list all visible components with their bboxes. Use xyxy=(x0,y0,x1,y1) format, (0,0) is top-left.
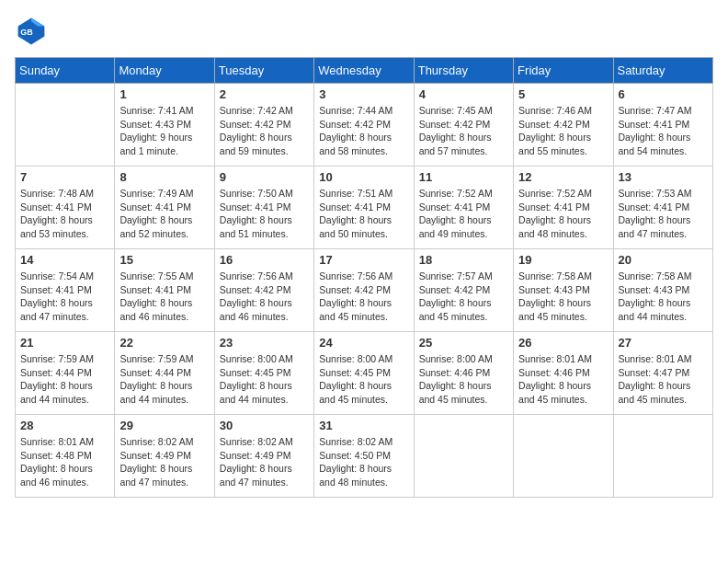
cell-content: Sunrise: 7:49 AMSunset: 4:41 PMDaylight:… xyxy=(119,187,209,241)
day-number: 28 xyxy=(20,419,109,432)
cell-content: Sunrise: 7:59 AMSunset: 4:44 PMDaylight:… xyxy=(119,352,209,407)
calendar-cell: 27Sunrise: 8:01 AMSunset: 4:47 PMDayligh… xyxy=(613,332,712,415)
calendar-cell xyxy=(414,415,513,498)
calendar-cell: 30Sunrise: 8:02 AMSunset: 4:49 PMDayligh… xyxy=(214,415,313,498)
cell-content: Sunrise: 8:01 AMSunset: 4:46 PMDaylight:… xyxy=(518,352,608,407)
day-number: 7 xyxy=(20,170,109,184)
cell-content: Sunrise: 8:00 AMSunset: 4:45 PMDaylight:… xyxy=(220,352,309,407)
page-header: GB xyxy=(15,15,713,48)
calendar-body: 1Sunrise: 7:41 AMSunset: 4:43 PMDaylight… xyxy=(16,84,713,498)
logo: GB xyxy=(15,15,51,48)
cell-content: Sunrise: 7:51 AMSunset: 4:41 PMDaylight:… xyxy=(319,187,408,241)
day-number: 22 xyxy=(119,336,209,350)
cell-content: Sunrise: 8:02 AMSunset: 4:49 PMDaylight:… xyxy=(220,435,309,489)
calendar-cell: 14Sunrise: 7:54 AMSunset: 4:41 PMDayligh… xyxy=(16,249,115,332)
calendar-cell: 19Sunrise: 7:58 AMSunset: 4:43 PMDayligh… xyxy=(514,249,613,332)
calendar-cell: 29Sunrise: 8:02 AMSunset: 4:49 PMDayligh… xyxy=(115,415,214,498)
logo-icon: GB xyxy=(15,15,48,48)
week-row-2: 7Sunrise: 7:48 AMSunset: 4:41 PMDaylight… xyxy=(16,167,713,249)
calendar-cell: 7Sunrise: 7:48 AMSunset: 4:41 PMDaylight… xyxy=(16,167,115,249)
calendar-cell xyxy=(16,84,115,167)
day-number: 4 xyxy=(419,87,508,101)
calendar-cell: 22Sunrise: 7:59 AMSunset: 4:44 PMDayligh… xyxy=(115,332,214,415)
calendar-cell: 3Sunrise: 7:44 AMSunset: 4:42 PMDaylight… xyxy=(314,84,414,167)
header-day-friday: Friday xyxy=(514,58,613,84)
calendar-cell: 11Sunrise: 7:52 AMSunset: 4:41 PMDayligh… xyxy=(414,167,513,249)
cell-content: Sunrise: 7:48 AMSunset: 4:41 PMDaylight:… xyxy=(20,187,109,241)
day-number: 2 xyxy=(220,87,309,101)
day-number: 31 xyxy=(319,419,408,432)
day-number: 20 xyxy=(619,253,708,267)
calendar-cell: 18Sunrise: 7:57 AMSunset: 4:42 PMDayligh… xyxy=(414,249,513,332)
week-row-1: 1Sunrise: 7:41 AMSunset: 4:43 PMDaylight… xyxy=(16,84,713,167)
cell-content: Sunrise: 7:42 AMSunset: 4:42 PMDaylight:… xyxy=(220,104,309,158)
calendar-cell: 1Sunrise: 7:41 AMSunset: 4:43 PMDaylight… xyxy=(115,84,214,167)
day-number: 21 xyxy=(20,336,109,350)
cell-content: Sunrise: 7:59 AMSunset: 4:44 PMDaylight:… xyxy=(20,352,109,407)
day-number: 15 xyxy=(119,253,209,267)
svg-text:GB: GB xyxy=(20,28,33,37)
cell-content: Sunrise: 7:47 AMSunset: 4:41 PMDaylight:… xyxy=(619,104,708,158)
header-day-monday: Monday xyxy=(115,58,214,84)
day-number: 6 xyxy=(619,87,708,101)
week-row-3: 14Sunrise: 7:54 AMSunset: 4:41 PMDayligh… xyxy=(16,249,713,332)
day-number: 30 xyxy=(220,419,309,432)
calendar-cell: 13Sunrise: 7:53 AMSunset: 4:41 PMDayligh… xyxy=(613,167,712,249)
calendar-header: SundayMondayTuesdayWednesdayThursdayFrid… xyxy=(16,58,713,84)
cell-content: Sunrise: 7:41 AMSunset: 4:43 PMDaylight:… xyxy=(119,104,209,158)
day-number: 12 xyxy=(518,170,608,184)
calendar-cell: 21Sunrise: 7:59 AMSunset: 4:44 PMDayligh… xyxy=(16,332,115,415)
day-number: 26 xyxy=(518,336,608,350)
day-number: 3 xyxy=(319,87,408,101)
header-day-saturday: Saturday xyxy=(613,58,712,84)
cell-content: Sunrise: 7:55 AMSunset: 4:41 PMDaylight:… xyxy=(119,270,209,324)
calendar-cell: 10Sunrise: 7:51 AMSunset: 4:41 PMDayligh… xyxy=(314,167,414,249)
cell-content: Sunrise: 7:54 AMSunset: 4:41 PMDaylight:… xyxy=(20,270,109,324)
day-number: 27 xyxy=(619,336,708,350)
day-number: 1 xyxy=(119,87,209,101)
day-number: 23 xyxy=(220,336,309,350)
cell-content: Sunrise: 7:52 AMSunset: 4:41 PMDaylight:… xyxy=(419,187,508,241)
day-number: 29 xyxy=(119,419,209,432)
day-number: 14 xyxy=(20,253,109,267)
day-number: 8 xyxy=(119,170,209,184)
calendar-cell: 4Sunrise: 7:45 AMSunset: 4:42 PMDaylight… xyxy=(414,84,513,167)
cell-content: Sunrise: 7:58 AMSunset: 4:43 PMDaylight:… xyxy=(619,270,708,324)
cell-content: Sunrise: 8:02 AMSunset: 4:49 PMDaylight:… xyxy=(119,435,209,489)
cell-content: Sunrise: 7:53 AMSunset: 4:41 PMDaylight:… xyxy=(619,187,708,241)
cell-content: Sunrise: 8:00 AMSunset: 4:46 PMDaylight:… xyxy=(419,352,508,407)
calendar-cell: 31Sunrise: 8:02 AMSunset: 4:50 PMDayligh… xyxy=(314,415,414,498)
header-day-thursday: Thursday xyxy=(414,58,513,84)
calendar-cell: 16Sunrise: 7:56 AMSunset: 4:42 PMDayligh… xyxy=(214,249,313,332)
cell-content: Sunrise: 7:58 AMSunset: 4:43 PMDaylight:… xyxy=(518,270,608,324)
day-number: 17 xyxy=(319,253,408,267)
day-number: 19 xyxy=(518,253,608,267)
calendar-cell: 15Sunrise: 7:55 AMSunset: 4:41 PMDayligh… xyxy=(115,249,214,332)
header-day-sunday: Sunday xyxy=(16,58,115,84)
cell-content: Sunrise: 8:00 AMSunset: 4:45 PMDaylight:… xyxy=(319,352,408,407)
cell-content: Sunrise: 7:56 AMSunset: 4:42 PMDaylight:… xyxy=(319,270,408,324)
cell-content: Sunrise: 7:46 AMSunset: 4:42 PMDaylight:… xyxy=(518,104,608,158)
calendar-cell: 6Sunrise: 7:47 AMSunset: 4:41 PMDaylight… xyxy=(613,84,712,167)
day-number: 18 xyxy=(419,253,508,267)
cell-content: Sunrise: 7:57 AMSunset: 4:42 PMDaylight:… xyxy=(419,270,508,324)
day-number: 5 xyxy=(518,87,608,101)
calendar-cell: 12Sunrise: 7:52 AMSunset: 4:41 PMDayligh… xyxy=(514,167,613,249)
day-number: 10 xyxy=(319,170,408,184)
calendar-cell: 9Sunrise: 7:50 AMSunset: 4:41 PMDaylight… xyxy=(214,167,313,249)
day-number: 9 xyxy=(220,170,309,184)
week-row-5: 28Sunrise: 8:01 AMSunset: 4:48 PMDayligh… xyxy=(16,415,713,498)
calendar-cell xyxy=(613,415,712,498)
cell-content: Sunrise: 7:45 AMSunset: 4:42 PMDaylight:… xyxy=(419,104,508,158)
calendar-cell: 28Sunrise: 8:01 AMSunset: 4:48 PMDayligh… xyxy=(16,415,115,498)
calendar-table: SundayMondayTuesdayWednesdayThursdayFrid… xyxy=(15,57,713,498)
day-number: 24 xyxy=(319,336,408,350)
calendar-cell: 17Sunrise: 7:56 AMSunset: 4:42 PMDayligh… xyxy=(314,249,414,332)
calendar-cell: 25Sunrise: 8:00 AMSunset: 4:46 PMDayligh… xyxy=(414,332,513,415)
day-number: 16 xyxy=(220,253,309,267)
header-day-tuesday: Tuesday xyxy=(214,58,313,84)
header-day-wednesday: Wednesday xyxy=(314,58,414,84)
calendar-cell: 24Sunrise: 8:00 AMSunset: 4:45 PMDayligh… xyxy=(314,332,414,415)
header-row: SundayMondayTuesdayWednesdayThursdayFrid… xyxy=(16,58,713,84)
calendar-cell: 20Sunrise: 7:58 AMSunset: 4:43 PMDayligh… xyxy=(613,249,712,332)
